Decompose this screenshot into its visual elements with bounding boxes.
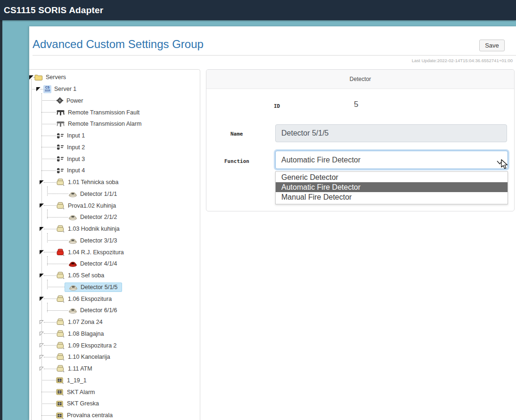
left-edge-strip [0, 20, 2, 420]
tree-expander-open[interactable] [40, 227, 44, 231]
tree-item[interactable]: SKT Alarm [29, 386, 200, 398]
tree-expander-open[interactable] [40, 297, 44, 301]
page-title: Advanced Custom Settings Group [33, 38, 204, 51]
tree-item[interactable]: 1.09 Ekspozitura 2 [29, 339, 200, 351]
detector-detail-panel: Detector ID 5 Name Function Automatic Fi… [206, 69, 515, 211]
tree-item[interactable]: 1_19_1 [29, 375, 200, 387]
tree-expander-open[interactable] [40, 203, 44, 208]
tree-item[interactable]: 1.06 Ekspozitura [29, 293, 200, 305]
function-dropdown-list: Generic DetectorAutomatic Fire DetectorM… [275, 171, 508, 204]
panel-icon [56, 400, 64, 407]
tree-item-label: Input 2 [67, 144, 85, 151]
tree-item[interactable]: Remote Transmission Fault [29, 106, 200, 118]
zone-red-icon [56, 249, 65, 256]
tree-item-label: 1_19_1 [67, 377, 87, 384]
tree-item[interactable]: Remote Transmission Alarm [29, 118, 200, 130]
cs1115-icon: CS1115 [43, 85, 51, 93]
last-update-timestamp: Last Update:2022-02-14T15:04:36.6552741+… [412, 58, 513, 63]
tree-item[interactable]: 1.07 Zona 24 [29, 316, 200, 328]
dropdown-option[interactable]: Generic Detector [276, 172, 508, 182]
zone-icon [56, 342, 65, 349]
tree-expander-open[interactable] [40, 250, 44, 254]
tree-item[interactable]: 1.03 Hodnik kuhinja [29, 223, 200, 235]
detail-panel-title: Detector [206, 70, 514, 89]
panel-icon [56, 388, 64, 396]
tree-item-label: Prova1.02 Kuhinja [68, 202, 116, 209]
tree-item-label: Detector 3/1/3 [80, 237, 117, 244]
tree-item[interactable]: 1.11 ATM [29, 363, 200, 375]
panel-icon [56, 377, 64, 384]
device-tree-panel: ServersCS1115Server 1PowerRemote Transmi… [29, 69, 200, 420]
tree-expander-collapsed[interactable] [40, 367, 44, 371]
tree-item-label: Provalna centrala [67, 412, 113, 419]
tree-item[interactable]: Detector 3/1/3 [29, 235, 200, 247]
tree-expander-collapsed[interactable] [40, 355, 44, 359]
detector-icon [69, 284, 78, 291]
dropdown-option[interactable]: Automatic Fire Detector [276, 182, 508, 192]
tree-item-label: Server 1 [54, 86, 76, 92]
tree-item-label: 1.06 Ekspozitura [68, 296, 112, 302]
dropdown-option[interactable]: Manual Fire Detector [276, 192, 508, 202]
tree-item[interactable]: 1.04 R.J. Ekspozitura [29, 246, 200, 258]
tree-item-label: Detector 6/1/6 [80, 307, 117, 314]
zone-icon [56, 318, 65, 326]
tree-expander-collapsed[interactable] [40, 320, 44, 324]
content-card: Advanced Custom Settings Group Save Last… [29, 26, 516, 420]
device-tree: ServersCS1115Server 1PowerRemote Transmi… [29, 72, 200, 420]
tree-item-label: 1.11 ATM [68, 365, 92, 372]
tree-item[interactable]: Detector 6/1/6 [29, 305, 200, 316]
tree-item[interactable]: Input 4 [29, 165, 200, 177]
zone-icon [56, 295, 65, 303]
tree-item[interactable]: Detector 2/1/2 [29, 211, 200, 223]
top-bar: CS1115 SORIS Adapter [0, 0, 516, 20]
folder-icon [34, 74, 43, 81]
tree-item[interactable]: Power [29, 95, 200, 107]
tree-item[interactable]: 1.01 Tehnicka soba [29, 177, 200, 188]
zone-icon [56, 225, 65, 233]
tree-expander-open[interactable] [40, 180, 44, 185]
tree-item[interactable]: CS1115Server 1 [29, 83, 200, 95]
tree-expander-open[interactable] [40, 274, 44, 278]
tree-item-label: SKT Alarm [67, 389, 95, 396]
tree-expander-open[interactable] [29, 75, 33, 80]
zone-icon [56, 272, 65, 279]
detector-icon [68, 214, 77, 220]
tree-item[interactable]: Prova1.02 Kuhinja [29, 200, 200, 211]
tree-item[interactable]: 1.05 Sef soba [29, 270, 200, 282]
detector-icon [68, 191, 77, 197]
tree-item-label: SKT Greska [67, 400, 99, 407]
tree-item[interactable]: Input 3 [29, 153, 200, 165]
zone-icon [56, 365, 65, 372]
tree-item-label: Detector 2/1/2 [80, 214, 117, 220]
tree-item-label: 1.08 Blagajna [68, 331, 104, 337]
tree-item[interactable]: SKT Greska [29, 398, 200, 410]
tree-item-label: 1.09 Ekspozitura 2 [68, 342, 117, 349]
tree-item[interactable]: 1.08 Blagajna [29, 328, 200, 340]
tree-expander-open[interactable] [36, 87, 41, 91]
tree-item[interactable]: Detector 4/1/4 [29, 258, 200, 270]
tree-item[interactable]: Servers [29, 72, 200, 83]
tree-item[interactable]: Input 1 [29, 130, 200, 142]
tree-item-label: Power [66, 97, 83, 104]
tree-item[interactable]: Detector 5/1/5 [29, 282, 200, 293]
function-select[interactable]: Automatic Fire Detector [275, 151, 508, 169]
function-select-value: Automatic Fire Detector [281, 156, 360, 164]
tree-item[interactable]: Provalna centrala [29, 410, 200, 420]
name-input[interactable] [275, 124, 507, 142]
tree-item[interactable]: Detector 1/1/1 [29, 188, 200, 200]
detector-red-icon [68, 260, 77, 267]
zone-icon [56, 353, 65, 361]
power-icon [56, 97, 64, 104]
detector-icon [68, 237, 77, 244]
tree-item[interactable]: 1.10 Kancelarija [29, 351, 200, 363]
tree-item-label: 1.05 Sef soba [68, 272, 104, 279]
function-label: Function [224, 158, 249, 164]
rt-fault-icon [56, 109, 65, 116]
tree-expander-collapsed[interactable] [40, 331, 44, 336]
tree-item-label: Remote Transmission Fault [68, 109, 139, 116]
save-button[interactable]: Save [479, 40, 505, 51]
tree-item-label: 1.01 Tehnicka soba [68, 179, 119, 186]
tree-expander-collapsed[interactable] [40, 343, 44, 347]
tree-item-label: Servers [46, 74, 66, 81]
tree-item[interactable]: Input 2 [29, 142, 200, 153]
